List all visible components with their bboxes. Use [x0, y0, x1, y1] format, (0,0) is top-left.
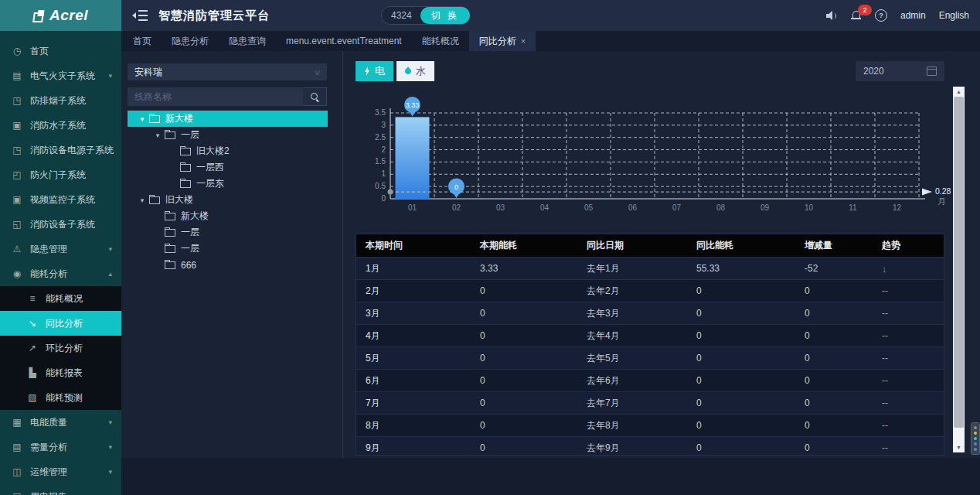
svg-text:03: 03: [496, 203, 505, 212]
table-cell: 0: [471, 437, 577, 456]
electric-toggle-button[interactable]: 电: [356, 61, 393, 81]
help-button[interactable]: ?: [875, 9, 887, 22]
search-input[interactable]: [128, 87, 303, 106]
scroll-down-arrow[interactable]: ▼: [953, 442, 965, 452]
tree-node[interactable]: 666: [128, 257, 328, 273]
org-select[interactable]: 安科瑞 ∨: [128, 63, 327, 80]
tree-node[interactable]: 一层: [128, 224, 328, 241]
table-cell: 0: [471, 370, 577, 392]
tree-node[interactable]: ▾一层: [128, 127, 328, 143]
trend-flat-value: --: [873, 280, 944, 302]
tree-node-label: 旧大楼: [165, 193, 193, 207]
column-header: 趋势: [873, 234, 944, 258]
tree-node[interactable]: 一层东: [128, 176, 328, 192]
sidebar-item-mom-analysis[interactable]: ↗环比分析: [0, 336, 121, 360]
sidebar-item-video-monitor-system[interactable]: ▣视频监控子系统: [0, 187, 121, 212]
folder-icon: [165, 229, 175, 237]
chevron-down-icon: ▾: [108, 418, 112, 426]
sidebar-item-operation-management[interactable]: ◫运维管理▾: [0, 459, 121, 484]
floating-widget[interactable]: [971, 422, 980, 455]
sidebar-item-electricity-report[interactable]: ◲用电报告: [0, 484, 121, 495]
table-row: 1月3.33去年1月55.33-52↓: [356, 258, 944, 280]
org-select-value: 安科瑞: [134, 66, 162, 79]
sidebar-item-label: 同比分析: [46, 317, 112, 330]
chevron-down-icon: ▾: [108, 443, 112, 451]
electric-label: 电: [375, 64, 385, 78]
tree-node[interactable]: 旧大楼2: [128, 143, 328, 159]
scrollbar-thumb[interactable]: [954, 97, 964, 428]
tab-yoy-analysis[interactable]: 同比分析×: [469, 31, 536, 51]
switch-button[interactable]: 切 换: [420, 7, 470, 24]
tree-node-label: 新大楼: [181, 210, 209, 223]
svg-text:09: 09: [761, 203, 770, 212]
building-tree: ▾新大楼▾一层旧大楼2一层西一层东▾旧大楼新大楼一层一层666: [128, 111, 342, 273]
tree-node[interactable]: 新大楼: [128, 208, 328, 224]
table-cell: 0: [687, 370, 795, 392]
table-cell: 0: [471, 302, 577, 325]
tab-label: menu.event.eventTreatment: [286, 36, 402, 46]
table-cell: 4月: [356, 325, 471, 347]
sidebar-item-power-quality[interactable]: ▦电能质量▾: [0, 410, 121, 435]
sidebar-item-fire-equipment-system[interactable]: ◱消防设备子系统: [0, 212, 121, 237]
brand-name: Acrel: [49, 7, 88, 24]
chevron-down-icon: ▾: [108, 468, 112, 476]
sidebar-item-energy-overview[interactable]: ≡能耗概况: [0, 286, 121, 311]
sidebar-item-demand-analysis[interactable]: ▤需量分析▾: [0, 435, 121, 459]
trend-down-icon: ↓: [873, 258, 944, 280]
table-cell: 2月: [356, 280, 471, 302]
sidebar-item-energy-forecast[interactable]: ▨能耗预测: [0, 385, 121, 410]
tree-node[interactable]: 一层: [128, 241, 328, 257]
tree-node[interactable]: ▾旧大楼: [128, 192, 328, 208]
water-toggle-button[interactable]: 水: [396, 61, 434, 81]
sidebar-item-label: 电气火灾子系统: [30, 70, 108, 83]
notifications-button[interactable]: 2: [851, 10, 862, 21]
speaker-icon: [826, 11, 838, 21]
year-picker[interactable]: 2020: [856, 61, 944, 81]
scroll-up-arrow[interactable]: ▲: [953, 87, 965, 97]
home-icon: ◷: [11, 46, 23, 56]
sidebar-item-energy-report[interactable]: ▙能耗报表: [0, 360, 121, 385]
close-tab-icon[interactable]: ×: [521, 36, 526, 46]
sidebar-item-electric-fire-system[interactable]: ▤电气火灾子系统▾: [0, 63, 121, 88]
user-menu[interactable]: admin: [900, 10, 926, 21]
energy-analysis-icon: ◉: [11, 268, 23, 279]
language-switch[interactable]: English: [939, 10, 969, 21]
sidebar-item-label: 能耗分析: [30, 268, 108, 281]
tree-node[interactable]: ▾新大楼: [128, 111, 328, 127]
tab-energy-overview[interactable]: 能耗概况: [412, 31, 469, 51]
table-cell: 去年8月: [577, 415, 687, 437]
table-row: 2月0去年2月00--: [356, 280, 944, 302]
tree-node[interactable]: 一层西: [128, 159, 328, 176]
table-cell: 3.33: [471, 258, 577, 280]
sidebar-item-yoy-analysis[interactable]: ↘同比分析: [0, 311, 121, 336]
svg-text:06: 06: [628, 203, 638, 212]
table-cell: 55.33: [687, 258, 795, 280]
sidebar-item-hazard-management[interactable]: ⚠隐患管理▾: [0, 237, 121, 261]
sidebar-item-smoke-exhaust-system[interactable]: ◳防排烟子系统: [0, 88, 121, 113]
svg-text:10: 10: [805, 203, 814, 212]
chevron-down-icon: ▾: [108, 72, 112, 80]
vertical-scrollbar[interactable]: ▲ ▼: [953, 87, 965, 452]
fire-door-system-icon: ◰: [11, 169, 23, 180]
line-search: [128, 87, 327, 106]
sound-button[interactable]: [826, 11, 838, 21]
tab-hazard-analysis[interactable]: 隐患分析: [162, 31, 219, 51]
widget-dot: [974, 437, 977, 440]
table-cell: 6月: [356, 370, 471, 392]
table-cell: 去年7月: [577, 392, 687, 415]
sidebar-item-energy-analysis[interactable]: ◉能耗分析▴: [0, 261, 121, 286]
tree-node-label: 一层: [181, 226, 199, 239]
brand-logo[interactable]: Acrel: [0, 0, 121, 31]
table-cell: 0: [471, 392, 577, 415]
fire-equipment-power-system-icon: ◳: [11, 145, 23, 155]
tab-event-treatment[interactable]: menu.event.eventTreatment: [276, 31, 412, 51]
sidebar-item-fire-equipment-power-system[interactable]: ◳消防设备电源子系统: [0, 138, 121, 162]
sidebar-item-fire-water-system[interactable]: ▣消防水子系统: [0, 113, 121, 138]
tab-hazard-query[interactable]: 隐患查询: [219, 31, 276, 51]
tab-home[interactable]: 首页: [123, 31, 162, 51]
search-button[interactable]: [303, 87, 327, 106]
sidebar-item-home[interactable]: ◷首页: [0, 39, 121, 63]
sidebar-item-fire-door-system[interactable]: ◰防火门子系统: [0, 162, 121, 187]
svg-text:11: 11: [849, 203, 857, 212]
sidebar-collapse-icon[interactable]: [132, 10, 148, 21]
